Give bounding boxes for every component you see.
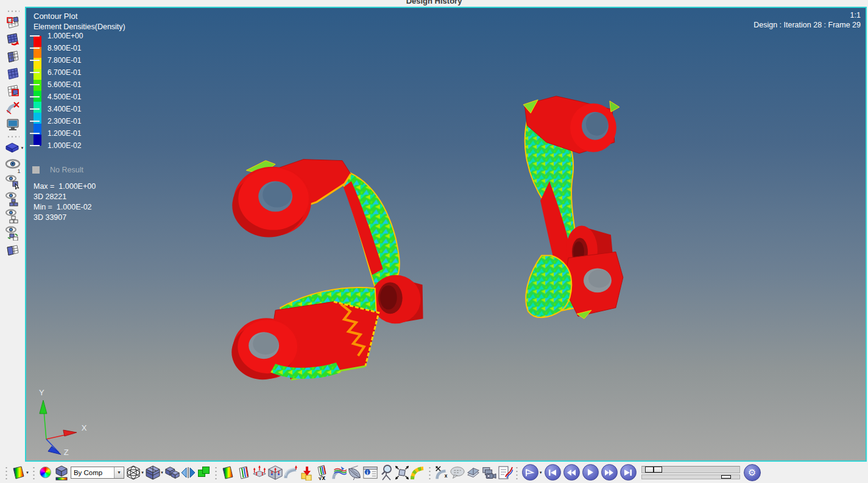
play-button[interactable] [582, 464, 599, 481]
color-wheel-icon [40, 467, 51, 478]
iso-panel-button[interactable] [4, 32, 22, 48]
contour-panel-button[interactable] [4, 15, 22, 30]
svg-text:√x: √x [319, 474, 325, 481]
fast-forward-icon [604, 469, 614, 476]
model-right-control-arm [523, 96, 623, 319]
section-cut-button[interactable] [465, 464, 481, 481]
symmetry-button[interactable] [180, 464, 196, 481]
frame-label: Design : Iteration 28 : Frame 29 [753, 20, 861, 30]
frame-slider-handle[interactable] [645, 467, 654, 473]
build-plots-button[interactable]: i [362, 464, 378, 481]
skip-end-icon [624, 469, 632, 476]
legend-scale: 1.000E+008.900E-017.800E-016.700E-015.60… [27, 36, 125, 161]
window-title: Design History [0, 0, 868, 5]
eye-hide-button[interactable] [4, 208, 22, 224]
animation-settings-button[interactable]: ⚙ [744, 464, 761, 481]
shaded-cube-icon [145, 465, 161, 481]
mesh-lines-button[interactable] [4, 242, 22, 258]
svg-text:i: i [367, 469, 368, 475]
toolbar-separator[interactable] [428, 465, 432, 481]
query-button[interactable] [378, 464, 394, 481]
compare-button[interactable] [196, 464, 212, 481]
color-by-button[interactable] [54, 464, 69, 481]
vector-panel-button[interactable] [4, 49, 22, 65]
next-frame-button[interactable] [601, 464, 618, 481]
eye-reverse-button[interactable] [4, 225, 22, 241]
component-layers-button[interactable]: ▼ [4, 140, 22, 156]
contour-legend: Contour Plot Element Densities(Density) … [27, 12, 125, 223]
explode-move-button[interactable] [394, 464, 410, 481]
first-frame-button[interactable] [545, 464, 561, 481]
frame-slider-handle-secondary[interactable] [654, 467, 662, 473]
report-button[interactable] [497, 464, 513, 481]
deformed-shape-button[interactable] [283, 464, 299, 481]
derived-results-button[interactable]: √x [315, 464, 331, 481]
note-bubble-icon [450, 465, 465, 480]
eye-reverse-icon [4, 226, 21, 241]
speed-slider[interactable] [641, 474, 740, 479]
measure-button[interactable]: x [434, 464, 450, 481]
shaded-mode-button[interactable] [145, 464, 161, 481]
mesh-flag-icon [5, 244, 20, 256]
stress-linearization-button[interactable] [331, 464, 347, 481]
speed-slider-handle[interactable] [721, 475, 731, 479]
legend-tick-row: 8.900E-01 [30, 44, 81, 52]
trace-panel-button[interactable] [4, 100, 22, 116]
eye-single-button[interactable]: 1 [4, 157, 22, 173]
color-mode-select[interactable]: By Comp ▼ [71, 467, 124, 479]
tracking-button[interactable] [347, 464, 362, 481]
tensor-plot-button[interactable] [267, 464, 283, 481]
double-cube-icon [164, 465, 180, 480]
iso-value-button[interactable] [236, 464, 252, 481]
contour-toolbar-button[interactable] [10, 464, 26, 481]
legend-tick-value: 2.300E-01 [48, 117, 81, 125]
fld-button[interactable] [299, 464, 315, 481]
eye-show-button[interactable] [4, 191, 22, 207]
toolbar-grip[interactable] [4, 465, 9, 481]
no-result-label: No Result [50, 166, 83, 174]
screen-view-button[interactable] [4, 117, 22, 133]
toolbar-grip[interactable] [6, 9, 19, 12]
wireframe-mode-button[interactable] [125, 464, 141, 481]
combo-dropdown-button[interactable]: ▼ [114, 467, 124, 478]
tensor-panel-button[interactable] [4, 66, 22, 82]
contour-result-button[interactable] [220, 464, 236, 481]
legend-subtitle: Element Densities(Density) [27, 23, 125, 31]
legend-tick-dash [30, 48, 40, 49]
viewport-canvas[interactable]: Y X Z Contour Plot Element Densities(Den… [26, 8, 866, 460]
measure-icon: x [434, 465, 450, 481]
toolbar-grip[interactable] [6, 135, 19, 138]
triad-y-label: Y [39, 388, 44, 397]
svg-text:x: x [445, 473, 448, 479]
viewport-info: 1:1 Design : Iteration 28 : Frame 29 [753, 10, 861, 30]
vector-plot-button[interactable] [252, 464, 267, 481]
legend-tick-dash [30, 72, 40, 73]
previous-frame-button[interactable] [563, 464, 580, 481]
color-wheel-button[interactable] [38, 464, 54, 481]
color-mode-value: By Comp [71, 469, 114, 476]
toolbar-separator[interactable] [214, 465, 218, 481]
legend-tick-dash [30, 35, 40, 37]
frame-slider[interactable] [641, 466, 740, 473]
toolbar-separator[interactable] [32, 465, 36, 481]
graphics-viewport[interactable]: Y X Z Contour Plot Element Densities(Den… [25, 7, 867, 462]
legend-tick-value: 1.000E+00 [48, 32, 83, 40]
last-frame-button[interactable] [620, 464, 637, 481]
legend-tick-value: 1.200E-01 [48, 129, 81, 138]
legend-stat-line: Min = 1.000E-02 [34, 202, 125, 213]
trace-path-button[interactable] [410, 464, 426, 481]
legend-tick-dash [30, 60, 40, 61]
layers-box-icon [5, 142, 21, 154]
legend-tick-row: 1.000E+00 [30, 32, 83, 40]
animation-mode-button[interactable] [522, 464, 538, 481]
eye-isolate-button[interactable] [4, 174, 22, 190]
toolbar-separator[interactable] [515, 465, 519, 481]
query-magnifier-icon [378, 464, 394, 481]
deformed-panel-button[interactable] [4, 83, 22, 99]
section-plates-icon [465, 465, 481, 480]
overlay-models-button[interactable] [164, 464, 180, 481]
notes-button[interactable] [450, 464, 465, 481]
wireframe-sphere-icon [125, 465, 141, 481]
chevron-down-icon[interactable]: ▼ [539, 471, 543, 474]
image-capture-button[interactable] [481, 464, 497, 481]
